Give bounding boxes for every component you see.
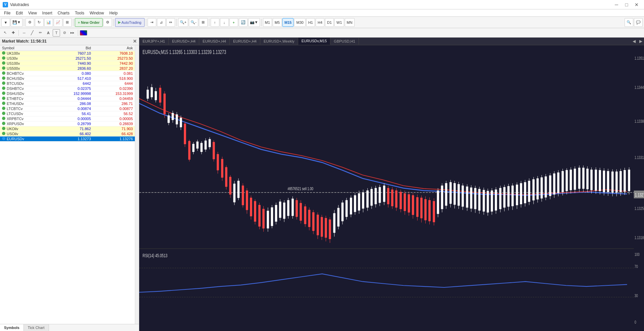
tf-h1[interactable]: H1 xyxy=(306,18,315,27)
market-watch-row[interactable]: UK100v 7607.10 7608.10 xyxy=(0,51,135,56)
chart-tab-eurusd-h4-2[interactable]: EURUSD+,H4 xyxy=(199,38,230,45)
svg-rect-224 xyxy=(545,176,547,197)
market-watch-row[interactable]: BCHUSDv 517.410 518.900 xyxy=(0,76,135,81)
fib-button[interactable]: ⊘ xyxy=(61,29,68,37)
symbol-icon xyxy=(2,107,5,110)
symbols-button[interactable]: ⊞ xyxy=(199,18,208,27)
manage-button[interactable]: ⇔ xyxy=(166,18,175,27)
tab-tick-chart[interactable]: Tick Chart xyxy=(24,324,49,331)
market-watch-close[interactable]: ✕ xyxy=(133,39,137,44)
symbol-name: BCHBTCv xyxy=(0,71,51,76)
screenshot-button[interactable]: 📷▼ xyxy=(248,18,260,27)
chart-up-button[interactable]: ↑ xyxy=(211,18,219,27)
market-watch-tbody: UK100v 7607.10 7608.10 US30v 25271.50 25… xyxy=(0,51,135,142)
autoscroll-button[interactable]: ⊿ xyxy=(157,18,166,27)
market-watch-row[interactable]: BCHBTCv 0.080 0.081 xyxy=(0,71,135,76)
history-button[interactable]: 📊 xyxy=(44,18,53,27)
market-watch-header: Market Watch: 11:56:31 ✕ xyxy=(0,38,139,45)
svg-text:1.13315: 1.13315 xyxy=(635,155,644,160)
crosshair-button[interactable]: ✚ xyxy=(9,29,17,37)
trendline-button[interactable]: ╱ xyxy=(29,29,36,37)
hline-button[interactable]: ─ xyxy=(20,29,28,37)
symbol-ask: 71.903 xyxy=(93,126,135,131)
market-watch-row[interactable]: ETHBTCv 0.04444 0.04459 xyxy=(0,96,135,101)
cursor-button[interactable]: ↖ xyxy=(1,29,9,37)
refresh2-button[interactable]: 🔄 xyxy=(239,18,248,27)
chart-config-button[interactable]: ⚙ xyxy=(25,18,34,27)
chart-tab-gbpusd[interactable]: GBPUSD,H1 xyxy=(330,38,359,45)
chart-down-button[interactable]: ↓ xyxy=(220,18,229,27)
menu-file[interactable]: File xyxy=(1,10,13,16)
market-watch-row[interactable]: BTCUSDv 6442 6444 xyxy=(0,81,135,86)
chart-tab-prev[interactable]: ◀ xyxy=(631,38,637,45)
market-watch-row[interactable]: LTCUSDv 56.41 56.52 xyxy=(0,111,135,116)
symbol-ask: 1.13276 xyxy=(93,136,135,142)
chart-tab-eurjpy[interactable]: EURJPY+,H1 xyxy=(139,38,169,45)
menu-insert[interactable]: Insert xyxy=(40,10,55,16)
menu-edit[interactable]: Edit xyxy=(13,10,25,16)
market-watch-row[interactable]: UKOilv 71.862 71.903 xyxy=(0,126,135,131)
new-order-button[interactable]: + New Order xyxy=(75,18,103,27)
indicator-button[interactable]: 📈 xyxy=(54,18,62,27)
color-picker[interactable] xyxy=(80,30,87,36)
refresh-button[interactable]: ↻ xyxy=(35,18,44,27)
tf-d1[interactable]: D1 xyxy=(325,18,334,27)
svg-rect-198 xyxy=(491,190,493,211)
profile-button[interactable]: ▼ xyxy=(1,18,10,27)
svg-rect-184 xyxy=(462,186,464,207)
draw-button[interactable]: ✏ xyxy=(37,29,44,37)
chart-main[interactable]: EURUSDv,M15 1.13265 1.13303 1.13239 1.13… xyxy=(139,45,644,331)
tf-w1[interactable]: W1 xyxy=(334,18,344,27)
add-button[interactable]: + xyxy=(229,18,238,27)
auto-trading-button[interactable]: ▶ AutoTrading xyxy=(115,18,145,27)
search-button[interactable]: 🔍 xyxy=(625,18,633,27)
market-watch-row[interactable]: USOilv 66.402 66.428 xyxy=(0,131,135,136)
tf-m5[interactable]: M5 xyxy=(273,18,282,27)
tf-m1[interactable]: M1 xyxy=(263,18,272,27)
menu-charts[interactable]: Charts xyxy=(55,10,72,16)
sep6 xyxy=(209,19,209,26)
chart-tab-eurusdv-m15[interactable]: EURUSDv,M15 xyxy=(298,38,331,45)
symbol-bid: 1.13273 xyxy=(51,136,93,142)
menu-view[interactable]: View xyxy=(25,10,40,16)
tf-m15[interactable]: M15 xyxy=(282,18,293,27)
chart-tab-eurusd-weekly[interactable]: EURUSD+,Weekly xyxy=(260,38,298,45)
market-watch-row[interactable]: US30v 25271.50 25273.50 xyxy=(0,56,135,61)
market-watch-row[interactable]: LTCBTCv 0.00874 0.00877 xyxy=(0,106,135,111)
chart-tab-eurusd-h4-3[interactable]: EURUSD+,H4 xyxy=(230,38,260,45)
tf-mn[interactable]: MN xyxy=(345,18,355,27)
label-button[interactable]: T xyxy=(53,29,60,37)
minimize-button[interactable]: ─ xyxy=(612,1,621,8)
svg-rect-234 xyxy=(566,170,568,191)
chart-tab-next[interactable]: ▶ xyxy=(637,38,644,45)
zoom-in-button[interactable]: 🔍+ xyxy=(178,18,188,27)
arrow-button[interactable]: ▸▸ xyxy=(69,29,76,37)
tf-h4[interactable]: H4 xyxy=(316,18,324,27)
market-watch-row[interactable]: ETHUSDv 286.08 286.71 xyxy=(0,101,135,106)
market-watch-row[interactable]: EURUSDv 1.13273 1.13276 xyxy=(0,136,135,142)
market-watch-scrollbar[interactable] xyxy=(135,45,139,324)
tf-m30[interactable]: M30 xyxy=(294,18,305,27)
market-watch-row[interactable]: DSHUSDv 152.99998 153.31999 xyxy=(0,91,135,96)
menu-window[interactable]: Window xyxy=(87,10,107,16)
tab-symbols[interactable]: Symbols xyxy=(0,324,24,331)
menu-tools[interactable]: Tools xyxy=(72,10,87,16)
chart-tab-eurusd-h4-1[interactable]: EURUSD+,H4 xyxy=(169,38,199,45)
symbol-icon xyxy=(2,97,5,100)
market-watch-row[interactable]: US100v 7440.90 7442.90 xyxy=(0,61,135,66)
options-button[interactable]: ⚙ xyxy=(103,18,112,27)
maximize-button[interactable]: □ xyxy=(622,1,631,8)
chart-shift-button[interactable]: ⇥ xyxy=(148,18,156,27)
text-button[interactable]: A xyxy=(45,29,52,37)
market-watch-row[interactable]: US500v 2836.60 2837.20 xyxy=(0,66,135,71)
period-sep-button[interactable]: ⊞ xyxy=(63,18,72,27)
save-button[interactable]: 💾▼ xyxy=(11,18,22,27)
chat-button[interactable]: 💬 xyxy=(634,18,643,27)
zoom-out-button[interactable]: 🔍- xyxy=(189,18,198,27)
menu-help[interactable]: Help xyxy=(107,10,120,16)
market-watch-row[interactable]: XRPUSDv 0.28799 0.28839 xyxy=(0,121,135,126)
close-button[interactable]: ✕ xyxy=(632,1,641,8)
market-watch-row[interactable]: XRPBTCv 0.00005 0.00005 xyxy=(0,116,135,121)
svg-rect-96 xyxy=(279,202,281,218)
market-watch-row[interactable]: DSHBTCv 0.02375 0.02390 xyxy=(0,86,135,91)
